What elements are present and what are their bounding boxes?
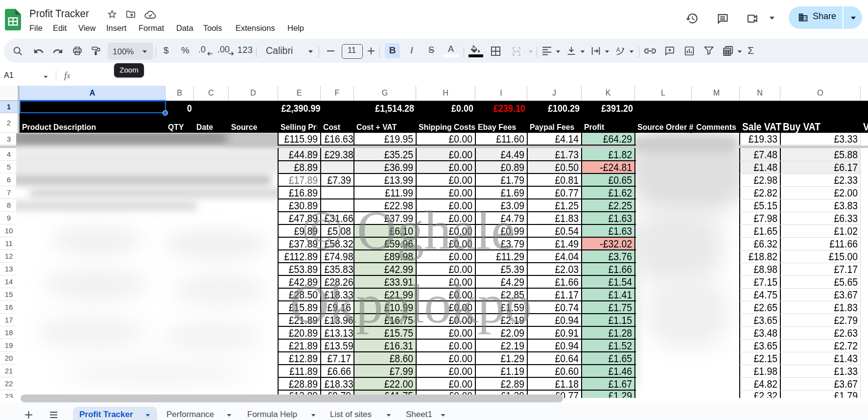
svg-text:A: A <box>616 47 620 53</box>
